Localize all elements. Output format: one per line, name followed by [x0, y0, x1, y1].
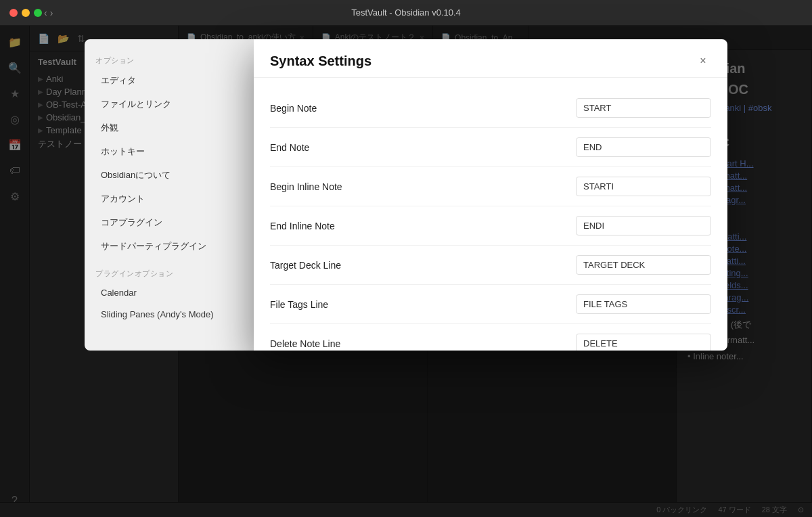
- setting-row-3: End Inline Note: [270, 206, 711, 246]
- setting-input-1[interactable]: [576, 137, 711, 157]
- setting-row-0: Begin Note: [270, 89, 711, 128]
- setting-input-2[interactable]: [576, 177, 711, 196]
- setting-label-0: Begin Note: [270, 103, 576, 114]
- setting-input-6[interactable]: [576, 334, 711, 351]
- setting-label-1: End Note: [270, 142, 576, 153]
- title-bar: ‹ › TestVault - Obsidian v0.10.4: [0, 0, 812, 26]
- setting-label-4: Target Deck Line: [270, 260, 576, 271]
- setting-row-4: Target Deck Line: [270, 246, 711, 285]
- option-third-party[interactable]: サードパーティプラグイン: [90, 235, 248, 258]
- options-sidebar: オプション エディタ ファイルとリンク 外観 ホットキー Obsidianについ…: [85, 39, 254, 351]
- setting-label-2: Begin Inline Note: [270, 181, 576, 192]
- option-about[interactable]: Obsidianについて: [90, 164, 248, 187]
- option-core-plugins[interactable]: コアプラグイン: [90, 211, 248, 234]
- close-traffic-light[interactable]: [9, 9, 18, 17]
- setting-label-5: File Tags Line: [270, 299, 576, 310]
- option-hotkeys[interactable]: ホットキー: [90, 140, 248, 163]
- modal-overlay: オプション エディタ ファイルとリンク 外観 ホットキー Obsidianについ…: [0, 26, 812, 517]
- nav-arrows: ‹ ›: [44, 7, 53, 18]
- option-sliding-panes[interactable]: Sliding Panes (Andy's Mode): [90, 304, 248, 325]
- options-section-label: オプション: [85, 50, 254, 68]
- setting-input-3[interactable]: [576, 216, 711, 235]
- forward-button[interactable]: ›: [50, 7, 53, 18]
- maximize-traffic-light[interactable]: [34, 9, 42, 17]
- option-account[interactable]: アカウント: [90, 187, 248, 210]
- setting-input-5[interactable]: [576, 294, 711, 314]
- settings-header: Syntax Settings ×: [254, 39, 727, 78]
- option-editor[interactable]: エディタ: [90, 69, 248, 92]
- setting-row-1: End Note: [270, 128, 711, 167]
- minimize-traffic-light[interactable]: [22, 9, 30, 17]
- option-calendar[interactable]: Calendar: [90, 282, 248, 303]
- settings-body: Begin Note End Note Begin Inline Note En…: [254, 78, 727, 351]
- window-title: TestVault - Obsidian v0.10.4: [351, 7, 461, 18]
- setting-input-4[interactable]: [576, 255, 711, 275]
- setting-label-6: Delete Note Line: [270, 338, 576, 349]
- plugin-section-label: プラグインオプション: [85, 263, 254, 282]
- close-button[interactable]: ×: [695, 53, 711, 69]
- settings-title: Syntax Settings: [270, 53, 371, 69]
- option-files-links[interactable]: ファイルとリンク: [90, 93, 248, 116]
- setting-input-0[interactable]: [576, 98, 711, 118]
- option-appearance[interactable]: 外観: [90, 116, 248, 139]
- setting-label-3: End Inline Note: [270, 221, 576, 231]
- setting-row-2: Begin Inline Note: [270, 167, 711, 206]
- back-button[interactable]: ‹: [44, 7, 47, 18]
- traffic-lights: [0, 9, 42, 17]
- setting-row-5: File Tags Line: [270, 285, 711, 324]
- setting-row-6: Delete Note Line: [270, 324, 711, 351]
- settings-panel: Syntax Settings × Begin Note End Note Be…: [254, 39, 727, 351]
